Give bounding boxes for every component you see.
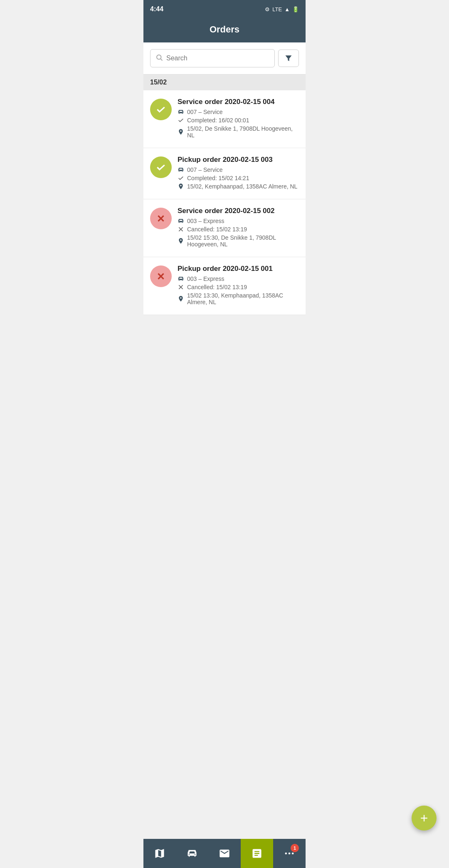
svg-point-0 [157,55,161,60]
order-title: Service order 2020-02-15 004 [178,98,299,106]
search-icon [155,54,163,63]
orders-icon [251,848,263,859]
status-icons: ⚙ LTE ▲ 🔋 [265,6,299,12]
order-location: 15/02 13:30, Kemphaanpad, 1358AC Almere,… [178,292,299,305]
signal-icon: ▲ [284,6,290,12]
nav-more[interactable]: 1 [273,839,306,868]
order-location: 15/02, De Snikke 1, 7908DL Hoogeveen, NL [178,125,299,139]
order-title: Pickup order 2020-02-15 003 [178,156,299,164]
notification-badge: 1 [291,844,299,852]
page-header: Orders [143,18,306,42]
order-details: Pickup order 2020-02-15 001 003 – Expres… [178,265,299,307]
order-vehicle: 003 – Express [178,275,299,282]
order-status-row: Cancelled: 15/02 13:19 [178,226,299,233]
order-vehicle: 003 – Express [178,218,299,224]
filter-button[interactable] [278,50,299,67]
nav-vehicle[interactable] [176,839,208,868]
order-location: 15/02 15:30, De Snikke 1, 7908DL Hoogeve… [178,234,299,248]
messages-icon [219,848,230,859]
order-status-cancelled-icon [150,265,172,287]
order-location: 15/02, Kemphaanpad, 1358AC Almere, NL [178,183,299,190]
order-item[interactable]: Pickup order 2020-02-15 003 007 – Servic… [143,148,306,199]
lte-icon: LTE [272,6,282,12]
order-status-row: Completed: 15/02 14:21 [178,175,299,181]
map-icon [154,848,165,859]
order-status-completed-icon [150,99,172,120]
svg-point-11 [289,853,291,855]
battery-icon: 🔋 [292,6,299,12]
svg-point-12 [292,853,294,855]
svg-line-1 [160,59,162,60]
order-status-row: Completed: 16/02 00:01 [178,117,299,124]
order-details: Service order 2020-02-15 002 003 – Expre… [178,207,299,249]
order-status-row: Cancelled: 15/02 13:19 [178,284,299,290]
nav-orders[interactable] [241,839,273,868]
orders-list: Service order 2020-02-15 004 007 – Servi… [143,90,306,315]
bottom-navigation: 1 [143,839,306,868]
search-input[interactable] [166,55,269,62]
search-input-wrapper [150,49,275,67]
date-header: 15/02 [143,74,306,90]
status-bar: 4:44 ⚙ LTE ▲ 🔋 [143,0,306,18]
order-title: Pickup order 2020-02-15 001 [178,265,299,273]
search-bar [143,42,306,74]
order-details: Service order 2020-02-15 004 007 – Servi… [178,98,299,140]
gear-icon: ⚙ [265,6,270,12]
order-details: Pickup order 2020-02-15 003 007 – Servic… [178,156,299,191]
svg-point-10 [285,853,287,855]
nav-map[interactable] [143,839,176,868]
status-time: 4:44 [150,5,163,13]
page-title: Orders [210,24,239,35]
order-item[interactable]: Service order 2020-02-15 004 007 – Servi… [143,90,306,148]
order-item[interactable]: Service order 2020-02-15 002 003 – Expre… [143,199,306,257]
order-item[interactable]: Pickup order 2020-02-15 001 003 – Expres… [143,257,306,315]
nav-messages[interactable] [208,839,241,868]
order-vehicle: 007 – Service [178,166,299,173]
order-status-cancelled-icon [150,208,172,229]
vehicle-icon [186,848,198,859]
order-status-completed-icon [150,156,172,178]
order-title: Service order 2020-02-15 002 [178,207,299,215]
order-vehicle: 007 – Service [178,109,299,115]
